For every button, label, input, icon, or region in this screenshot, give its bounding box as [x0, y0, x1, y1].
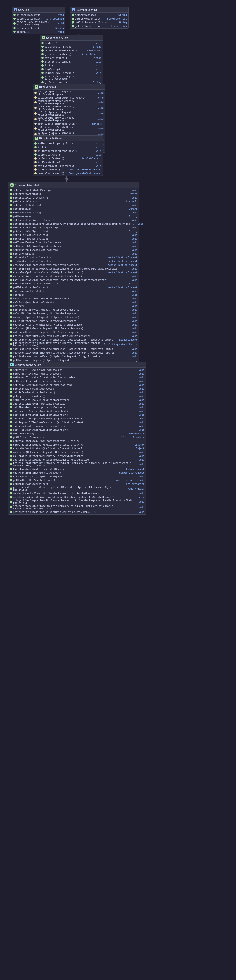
- vis-icon: [10, 451, 12, 453]
- member-name: refresh(): [13, 294, 131, 296]
- member-name: setServletContextAttributeName(): [13, 282, 128, 285]
- table-row: log(String) void: [40, 67, 102, 71]
- vis-icon: [10, 463, 12, 466]
- member-name: publishRequestHandledEvent(HttpServletRe…: [13, 355, 131, 358]
- table-row: doDelete(HttpServletRequest, HttpServlet…: [33, 116, 105, 122]
- generic-servlet-members: destroy() void getParameter(String) Stri…: [40, 41, 102, 84]
- member-name: processDispatchResult(HttpServletRequest…: [13, 462, 138, 467]
- vis-icon: [10, 301, 12, 303]
- table-row: getUsernameForRequest(HttpServletRequest…: [8, 358, 139, 362]
- vis-icon: [10, 267, 12, 270]
- member-name: getContextClass(): [13, 200, 125, 203]
- class-generic-servlet: A GenericServlet destroy() void getParam…: [40, 35, 103, 85]
- http-servlet-bean-type-icon: A: [35, 137, 38, 140]
- table-row: getEnvironment() ConfigurableEnvironment: [33, 168, 102, 172]
- vis-icon: [34, 150, 37, 152]
- table-row: getServletContext() ServletContext: [40, 52, 102, 56]
- member-type: void: [132, 245, 137, 248]
- vis-icon: [10, 483, 12, 485]
- member-type: void: [139, 451, 144, 453]
- table-row: buildLocaleContext(HttpServletRequest) L…: [8, 467, 146, 471]
- member-name: initHandlerExceptionResolvers(Applicatio…: [13, 417, 138, 420]
- member-name: processHandlerException(HttpServletReque…: [13, 486, 127, 491]
- member-name: setContextConfigLocation(String): [13, 226, 131, 229]
- vis-icon: [10, 417, 12, 420]
- class-dispatcher-servlet: C DispatcherServlet setDetectAllHandlerM…: [8, 362, 146, 514]
- table-row: onRefresh(ApplicationContext) void: [8, 300, 139, 304]
- member-name: applyInitializers(ConfigurableApplicatio…: [13, 275, 131, 277]
- member-name: initContextHolders(HttpServletRequest, L…: [13, 339, 118, 341]
- table-row: setContextInitializers(ApplicationContex…: [8, 222, 139, 226]
- member-type: void: [139, 414, 144, 416]
- member-name: buildRequestAttributes(HttpServletReques…: [13, 342, 103, 347]
- member-type: void: [98, 112, 104, 115]
- table-row: getInitParameters() Enumeration: [70, 24, 128, 28]
- member-name: getServletContext(): [75, 18, 106, 20]
- member-type: WebApplicationContext: [108, 286, 137, 289]
- table-row: initRefreshApplicationContext() void: [8, 390, 146, 394]
- member-type: void: [132, 241, 137, 244]
- member-type: void: [132, 298, 137, 300]
- member-type: void: [132, 335, 137, 337]
- table-row: setThrowExceptionIfNoHandlerFound(boolea…: [8, 383, 146, 387]
- member-type: void: [132, 219, 137, 221]
- table-row: processRequest(HttpServletRequest, HttpS…: [8, 334, 139, 338]
- vis-icon: [10, 323, 12, 326]
- table-row: applyInitializers(ConfigurableApplicatio…: [8, 274, 139, 278]
- member-name: initFrameworkServlet(): [13, 290, 131, 293]
- vis-icon: [10, 316, 12, 318]
- table-row: init(ServletConfig) void: [40, 60, 102, 64]
- member-name: setMultipartResolver(ApplicationContext): [13, 399, 138, 401]
- table-row: initThemeResolver(ApplicationContext) vo…: [8, 406, 146, 409]
- member-type: void: [132, 204, 137, 207]
- vis-icon: [10, 444, 12, 446]
- vis-icon: [34, 172, 37, 175]
- member-type: void: [132, 355, 137, 358]
- member-name: initRefreshApplicationContext(): [13, 391, 138, 394]
- member-name: setDispatchTraceRequest(boolean): [13, 249, 131, 251]
- member-name: getContextConfigLocation(): [13, 230, 128, 232]
- member-type: void: [96, 42, 101, 45]
- vis-icon: [10, 511, 12, 513]
- member-name: getHandler(HttpServletRequest): [13, 479, 114, 482]
- member-type: void: [96, 150, 101, 152]
- table-row: setPublishEvents(boolean) void: [8, 237, 139, 240]
- member-type: void: [58, 30, 64, 33]
- member-name: createWebApplicationContext(ApplicationC…: [13, 264, 107, 266]
- member-name: getMultipartResolver(): [13, 436, 120, 439]
- member-name: setContextClass(Class<?>): [13, 196, 131, 199]
- table-row: initHandlerMappings(ApplicationContext) …: [8, 409, 146, 413]
- vis-icon: [13, 22, 16, 24]
- member-type: void: [96, 165, 101, 167]
- member-name: processRequest(HttpServletRequest, HttpS…: [13, 335, 131, 337]
- vis-icon: [10, 432, 12, 435]
- member-type: void: [132, 352, 137, 354]
- member-type: void: [139, 410, 144, 412]
- vis-icon: [10, 278, 12, 281]
- vis-icon: [10, 506, 12, 508]
- vis-icon: [10, 298, 12, 300]
- table-row: initHandlerAdapters(ApplicationContext) …: [8, 413, 146, 417]
- vis-icon: [72, 14, 74, 16]
- table-row: resolveViewName(String, Map<String, Obje…: [8, 495, 146, 499]
- vis-icon: [10, 395, 12, 397]
- vis-icon: [10, 406, 12, 409]
- member-type: String: [118, 21, 127, 24]
- table-row: getInitParameterNames() Enumeration: [40, 49, 102, 52]
- member-name: doPost(HttpServletRequest, HttpServletRe…: [13, 316, 131, 318]
- table-row: initContextHolders(HttpServletRequest, L…: [8, 338, 139, 342]
- vis-icon: [10, 425, 12, 427]
- member-type: void: [96, 161, 101, 164]
- member-name: doDelete(HttpServletRequest, HttpServlet…: [13, 323, 131, 326]
- member-type: void: [138, 223, 144, 225]
- member-name: getLastModified(HttpServletRequest): [38, 97, 97, 99]
- framework-servlet-members: setContextAttribute(String) void getCont…: [8, 188, 139, 370]
- member-type: ServletContext: [81, 53, 101, 56]
- member-type: String: [93, 46, 101, 48]
- vis-icon: [72, 25, 74, 27]
- member-type: ServletContext: [107, 18, 127, 20]
- vis-icon: [10, 447, 12, 450]
- table-row: setDispatchTraceRequest(boolean) void: [8, 248, 139, 252]
- table-row: initViewResolvers(ApplicationContext) vo…: [8, 424, 146, 428]
- vis-icon: [10, 402, 12, 405]
